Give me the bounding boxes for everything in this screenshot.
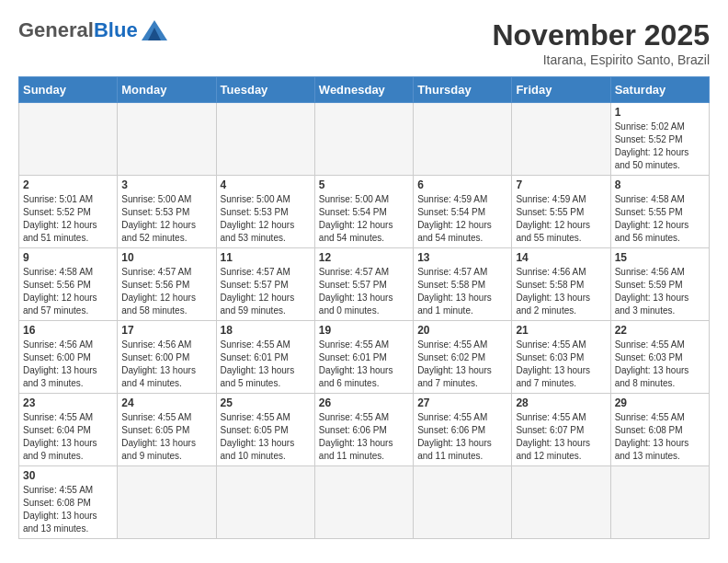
day-info: Sunrise: 4:57 AM Sunset: 5:57 PM Dayligh… [221,266,311,317]
day-info: Sunrise: 4:55 AM Sunset: 6:07 PM Dayligh… [516,411,606,463]
calendar-cell: 25Sunrise: 4:55 AM Sunset: 6:05 PM Dayli… [216,394,314,466]
day-info: Sunrise: 5:00 AM Sunset: 5:54 PM Dayligh… [319,193,409,245]
calendar-cell [118,466,216,539]
day-info: Sunrise: 4:59 AM Sunset: 5:55 PM Dayligh… [516,193,606,245]
month-title: November 2025 [492,18,710,52]
day-info: Sunrise: 4:58 AM Sunset: 5:56 PM Dayligh… [23,266,113,317]
calendar-cell [216,466,314,539]
day-info: Sunrise: 4:55 AM Sunset: 6:04 PM Dayligh… [23,411,113,463]
calendar-cell: 5Sunrise: 5:00 AM Sunset: 5:54 PM Daylig… [314,176,413,248]
calendar-cell: 15Sunrise: 4:56 AM Sunset: 5:59 PM Dayli… [610,248,709,321]
day-info: Sunrise: 4:55 AM Sunset: 6:06 PM Dayligh… [417,411,507,463]
calendar-cell: 17Sunrise: 4:56 AM Sunset: 6:00 PM Dayli… [118,321,216,394]
calendar-cell: 11Sunrise: 4:57 AM Sunset: 5:57 PM Dayli… [216,248,314,321]
day-number: 1 [615,106,705,119]
day-info: Sunrise: 4:57 AM Sunset: 5:57 PM Dayligh… [319,266,409,317]
day-info: Sunrise: 5:01 AM Sunset: 5:52 PM Dayligh… [23,193,113,245]
day-number: 7 [516,178,606,191]
calendar-cell: 23Sunrise: 4:55 AM Sunset: 6:04 PM Dayli… [19,394,118,466]
day-number: 21 [516,324,606,337]
calendar-cell: 28Sunrise: 4:55 AM Sunset: 6:07 PM Dayli… [512,394,610,466]
calendar-week-row: 23Sunrise: 4:55 AM Sunset: 6:04 PM Dayli… [19,394,710,466]
calendar-cell: 10Sunrise: 4:57 AM Sunset: 5:56 PM Dayli… [118,248,216,321]
day-info: Sunrise: 5:02 AM Sunset: 5:52 PM Dayligh… [615,121,705,172]
day-number: 3 [121,178,211,191]
day-number: 30 [23,469,113,482]
day-info: Sunrise: 4:55 AM Sunset: 6:06 PM Dayligh… [319,411,409,463]
title-block: November 2025 Itarana, Espirito Santo, B… [492,18,710,67]
day-number: 25 [221,396,311,409]
day-info: Sunrise: 4:55 AM Sunset: 6:02 PM Dayligh… [417,339,507,390]
calendar-week-row: 2Sunrise: 5:01 AM Sunset: 5:52 PM Daylig… [19,176,710,248]
day-number: 9 [23,251,113,264]
day-number: 26 [319,396,409,409]
day-number: 5 [319,178,409,191]
calendar-cell [414,103,512,176]
day-number: 11 [221,251,311,264]
calendar-header-row: SundayMondayTuesdayWednesdayThursdayFrid… [19,77,710,103]
calendar-cell: 1Sunrise: 5:02 AM Sunset: 5:52 PM Daylig… [610,103,709,176]
day-number: 28 [516,396,606,409]
logo-blue: Blue [94,18,138,42]
calendar-week-row: 16Sunrise: 4:56 AM Sunset: 6:00 PM Dayli… [19,321,710,394]
calendar-cell: 12Sunrise: 4:57 AM Sunset: 5:57 PM Dayli… [314,248,413,321]
day-info: Sunrise: 4:55 AM Sunset: 6:01 PM Dayligh… [319,339,409,390]
calendar-table: SundayMondayTuesdayWednesdayThursdayFrid… [18,76,710,539]
day-number: 13 [417,251,507,264]
calendar-cell: 27Sunrise: 4:55 AM Sunset: 6:06 PM Dayli… [414,394,512,466]
calendar-cell [610,466,709,539]
calendar-cell: 9Sunrise: 4:58 AM Sunset: 5:56 PM Daylig… [19,248,118,321]
day-info: Sunrise: 4:55 AM Sunset: 6:08 PM Dayligh… [23,484,113,535]
day-info: Sunrise: 4:55 AM Sunset: 6:01 PM Dayligh… [221,339,311,390]
day-number: 4 [221,178,311,191]
day-of-week-header: Thursday [414,77,512,103]
day-info: Sunrise: 4:55 AM Sunset: 6:03 PM Dayligh… [615,339,705,390]
calendar-cell: 20Sunrise: 4:55 AM Sunset: 6:02 PM Dayli… [414,321,512,394]
calendar-cell [118,103,216,176]
day-info: Sunrise: 4:56 AM Sunset: 5:58 PM Dayligh… [516,266,606,317]
day-number: 24 [121,396,211,409]
calendar-cell: 21Sunrise: 4:55 AM Sunset: 6:03 PM Dayli… [512,321,610,394]
calendar-cell [314,466,413,539]
calendar-cell [314,103,413,176]
calendar-week-row: 30Sunrise: 4:55 AM Sunset: 6:08 PM Dayli… [19,466,710,539]
day-number: 18 [221,324,311,337]
calendar-cell: 29Sunrise: 4:55 AM Sunset: 6:08 PM Dayli… [610,394,709,466]
calendar-cell: 13Sunrise: 4:57 AM Sunset: 5:58 PM Dayli… [414,248,512,321]
logo-icon [142,20,167,40]
day-info: Sunrise: 4:58 AM Sunset: 5:55 PM Dayligh… [615,193,705,245]
day-info: Sunrise: 5:00 AM Sunset: 5:53 PM Dayligh… [121,193,211,245]
logo: General Blue [18,18,167,42]
day-number: 23 [23,396,113,409]
calendar-cell: 3Sunrise: 5:00 AM Sunset: 5:53 PM Daylig… [118,176,216,248]
day-info: Sunrise: 4:56 AM Sunset: 6:00 PM Dayligh… [121,339,211,390]
day-number: 22 [615,324,705,337]
day-info: Sunrise: 4:55 AM Sunset: 6:05 PM Dayligh… [121,411,211,463]
location-subtitle: Itarana, Espirito Santo, Brazil [492,52,710,67]
day-number: 8 [615,178,705,191]
day-info: Sunrise: 4:55 AM Sunset: 6:05 PM Dayligh… [221,411,311,463]
day-of-week-header: Saturday [610,77,709,103]
day-of-week-header: Sunday [19,77,118,103]
calendar-cell: 8Sunrise: 4:58 AM Sunset: 5:55 PM Daylig… [610,176,709,248]
calendar-cell [216,103,314,176]
calendar-cell: 18Sunrise: 4:55 AM Sunset: 6:01 PM Dayli… [216,321,314,394]
day-info: Sunrise: 4:56 AM Sunset: 5:59 PM Dayligh… [615,266,705,317]
day-of-week-header: Wednesday [314,77,413,103]
day-info: Sunrise: 5:00 AM Sunset: 5:53 PM Dayligh… [221,193,311,245]
calendar-cell: 4Sunrise: 5:00 AM Sunset: 5:53 PM Daylig… [216,176,314,248]
day-info: Sunrise: 4:56 AM Sunset: 6:00 PM Dayligh… [23,339,113,390]
day-number: 17 [121,324,211,337]
day-info: Sunrise: 4:55 AM Sunset: 6:03 PM Dayligh… [516,339,606,390]
day-number: 16 [23,324,113,337]
calendar-cell [512,466,610,539]
day-number: 14 [516,251,606,264]
day-number: 10 [121,251,211,264]
calendar-week-row: 1Sunrise: 5:02 AM Sunset: 5:52 PM Daylig… [19,103,710,176]
day-info: Sunrise: 4:55 AM Sunset: 6:08 PM Dayligh… [615,411,705,463]
day-number: 15 [615,251,705,264]
calendar-cell: 14Sunrise: 4:56 AM Sunset: 5:58 PM Dayli… [512,248,610,321]
day-of-week-header: Friday [512,77,610,103]
logo-general: General [18,18,94,42]
calendar-cell [414,466,512,539]
